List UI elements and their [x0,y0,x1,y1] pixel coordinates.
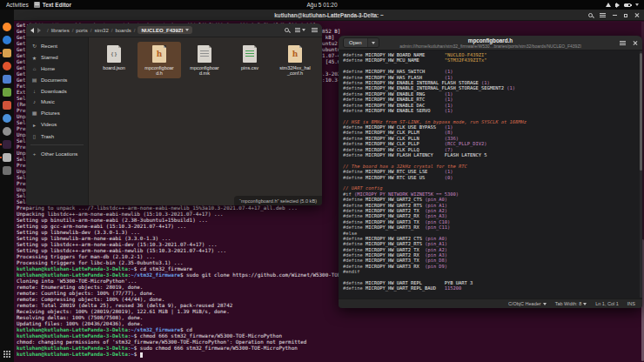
ubuntu-software-icon [3,101,11,110]
app-grid-button[interactable] [3,351,11,359]
sidebar-item-downloads[interactable]: ↓Downloads [26,86,88,97]
scrollbar-thumb[interactable] [640,53,642,171]
dock-item-thunderbird[interactable] [2,35,12,45]
breadcrumb-current[interactable]: NUCLEO_F439ZI [138,26,192,34]
document-title: mpconfigboard.h [390,37,592,44]
close-button[interactable] [634,13,640,18]
minimize-button[interactable] [613,15,617,16]
tab-width-selector[interactable]: Tab Width: 8 [555,301,587,306]
search-icon[interactable] [285,28,289,32]
terminal-prompt-line: kutluhan@kutluhan-LattePanda-3-Delta:~/s… [17,327,644,333]
dock-item-libreoffice-writer[interactable] [2,74,12,84]
sidebar-item-pictures[interactable]: ▦Pictures [26,107,88,118]
search-icon[interactable] [588,13,593,17]
open-dropdown-button[interactable] [367,38,379,47]
tab-width-label: Tab Width: 8 [555,301,582,306]
file-name: stm32f4xx_hal_conf.h [279,65,311,76]
battery-icon [624,3,631,7]
sidebar-item-music[interactable]: ♪Music [26,97,88,107]
language-selector[interactable]: C/ObjC Header [508,301,547,306]
file-type-glyph: h [292,50,299,58]
sidebar-item-videos[interactable]: ▸Videos [26,119,88,131]
terminal-line: Updating files: 100% (20436/20436), done… [17,321,644,327]
videos-icon: ▸ [31,122,37,128]
documents-icon: ▤ [31,77,37,83]
dock-item-gnome-terminal[interactable] [2,139,12,150]
breadcrumb-item[interactable]: boards [115,28,131,33]
breadcrumb-separator: / [72,28,74,33]
open-button[interactable]: Open [343,37,379,48]
menu-icon[interactable] [312,28,318,32]
rhythmbox-icon [3,62,11,70]
focused-app-indicator[interactable]: Text Editor [34,2,71,8]
files-headerbar[interactable]: /libraries/ports/stm32/boards/NUCLEO_F43… [26,23,322,37]
editor-code[interactable]: #define MICROPY_HW_BOARD_NAME "NUCLEO-F4… [339,50,642,298]
open-button-label[interactable]: Open [344,38,367,47]
file-item-mpconfigboard.mk[interactable]: mpconfigboard.mk [183,42,226,78]
view-toggle-button[interactable] [295,28,305,32]
back-button[interactable] [30,28,34,33]
breadcrumb-item[interactable]: ports [76,28,87,33]
terminal-title: kutluhan@kutluhan-LattePanda-3-Delta: ~ [274,12,383,18]
activities-button[interactable]: Activities [6,2,29,8]
menu-icon[interactable] [620,41,626,45]
dock-item-files[interactable] [2,48,12,58]
file-icon-json: { } [107,45,121,63]
clock[interactable]: Ağu 5 01:20 [306,2,337,8]
editor-scrollbar[interactable] [640,51,642,298]
file-item-board.json[interactable]: { }board.json [92,42,136,73]
chevron-down-icon [583,303,587,305]
dock-item-trash[interactable] [2,165,12,176]
libreoffice-calc-icon [3,88,11,97]
file-item-mpconfigboard.h[interactable]: hmpconfigboard.h [138,42,181,78]
file-type-glyph: h [157,50,163,58]
terminal-line: Resolving deltas: 100% (7508/7508), done… [17,315,644,321]
file-item-stm32f4xx_hal_conf.h[interactable]: hstm32f4xx_hal_conf.h [273,42,317,78]
file-type-glyph [245,50,254,58]
editor-window-controls [620,40,638,45]
file-icon-h: h [288,45,302,63]
firefox-icon [3,23,11,31]
file-item-pins.csv[interactable]: pins.csv [228,42,272,73]
language-label: C/ObjC Header [508,301,541,306]
sidebar-item-starred[interactable]: ★Starred [26,51,88,63]
dock-item-rhythmbox[interactable] [2,61,12,71]
file-type-glyph: { } [111,51,117,57]
editor-headerbar[interactable]: Open mpconfigboard.h admin:///home/kutlu… [339,36,642,50]
sidebar-item-other-locations[interactable]: +Other Locations [26,148,88,158]
file-name: pins.csv [241,65,258,70]
dock-item-text-editor[interactable] [2,152,12,163]
sidebar-item-label: Music [41,99,55,104]
music-icon: ♪ [31,99,37,104]
sidebar-item-recent[interactable]: ↻Recent [26,40,88,51]
pictures-icon: ▦ [31,110,37,116]
forward-button[interactable] [37,28,41,33]
sidebar-item-trash[interactable]: ▯Trash [26,131,88,142]
terminal-prompt-line: kutluhan@kutluhan-LattePanda-3-Delta:~$ [17,352,644,358]
sidebar-item-documents[interactable]: ▤Documents [26,74,88,85]
dock-item-ubuntu-software[interactable] [2,100,12,111]
breadcrumb-separator: / [91,28,92,33]
files-grid[interactable]: { }board.jsonhmpconfigboard.hmpconfigboa… [89,37,322,205]
terminal-titlebar[interactable]: kutluhan@kutluhan-LattePanda-3-Delta: ~ [14,10,644,21]
text-editor-icon [3,153,11,162]
close-button[interactable] [633,40,638,45]
breadcrumb-item[interactable]: stm32 [94,28,108,33]
running-indicator [0,52,2,54]
sidebar-item-label: Starred [41,55,58,60]
dock-item-libreoffice-calc[interactable] [2,87,12,97]
breadcrumb-separator: / [111,28,113,33]
maximize-button[interactable] [624,14,627,17]
files-sidebar-list: ↻Recent★Starred⌂Home▤Documents↓Downloads… [26,37,89,205]
menu-icon[interactable] [600,13,606,17]
chevron-down-icon [302,29,305,31]
breadcrumb-item[interactable]: libraries [51,28,70,33]
dock-item-help[interactable] [2,113,12,124]
sidebar-item-label: Downloads [41,89,67,94]
system-tray[interactable] [606,0,639,10]
dock-item-firefox[interactable] [2,22,12,32]
sidebar-item-home[interactable]: ⌂Home [26,64,88,74]
grid-view-icon [295,28,300,32]
dock-item-settings[interactable] [2,126,12,137]
chevron-down-icon [635,3,639,6]
